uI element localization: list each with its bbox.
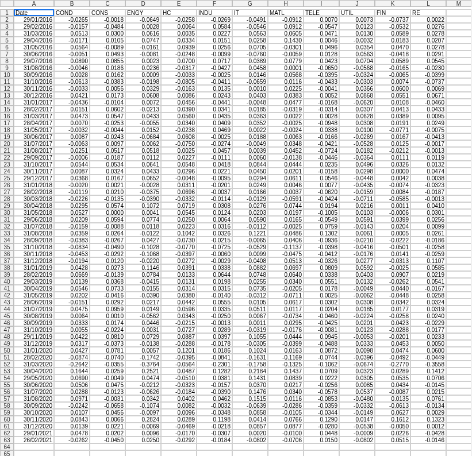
cell-D1[interactable]: ENGY — [125, 9, 161, 16]
cell-D53[interactable]: 0.2521 — [125, 368, 161, 374]
cell-A1[interactable]: Date — [14, 9, 54, 16]
cell-G36[interactable]: 0.0099 — [232, 250, 268, 257]
row-header-58[interactable]: 58 — [0, 402, 14, 409]
cell-F3[interactable]: 0.0584 — [197, 23, 232, 30]
cell-D65[interactable] — [125, 450, 161, 456]
cell-K3[interactable]: -0.0532 — [375, 23, 410, 30]
cell-H58[interactable]: -0.0286 — [268, 402, 304, 409]
cell-H64[interactable] — [268, 443, 304, 450]
cell-I53[interactable]: 0.0709 — [304, 368, 339, 374]
cell-J22[interactable]: -0.0364 — [339, 154, 375, 161]
cell-F63[interactable]: -0.0184 — [197, 436, 232, 443]
cell-C9[interactable]: 0.0186 — [90, 64, 125, 71]
cell-I20[interactable]: -0.0421 — [304, 140, 339, 147]
cell-B12[interactable]: -0.0033 — [54, 85, 90, 92]
cell-D3[interactable]: 0.0028 — [125, 23, 161, 30]
row-header-9[interactable]: 9 — [0, 64, 14, 71]
cell-A53[interactable]: 30/04/2020 — [14, 368, 54, 374]
cell-M37[interactable] — [446, 257, 471, 264]
cell-I30[interactable]: -0.1005 — [304, 209, 339, 216]
cell-C55[interactable]: 0.0475 — [90, 381, 125, 388]
cell-F7[interactable]: -0.0099 — [197, 51, 232, 57]
cell-I24[interactable]: -0.0158 — [304, 168, 339, 175]
cell-E23[interactable]: 0.0548 — [161, 161, 197, 168]
cell-F24[interactable]: 0.0221 — [197, 168, 232, 175]
cell-B23[interactable]: 0.0544 — [54, 161, 90, 168]
row-header-8[interactable]: 8 — [0, 57, 14, 64]
cell-B13[interactable]: 0.0421 — [54, 92, 90, 99]
cell-D8[interactable]: 0.0023 — [125, 57, 161, 64]
cell-E46[interactable]: -0.0215 — [161, 319, 197, 326]
cell-H25[interactable]: 0.0611 — [268, 175, 304, 181]
cell-K11[interactable]: 0.0074 — [375, 78, 410, 85]
cell-L18[interactable]: -0.0075 — [410, 126, 446, 133]
cell-H51[interactable]: -0.1169 — [268, 354, 304, 361]
cell-B48[interactable]: 0.0422 — [54, 333, 90, 340]
cell-I35[interactable]: -0.0398 — [304, 244, 339, 250]
cell-L16[interactable]: 0.0095 — [410, 113, 446, 119]
cell-C22[interactable]: -0.0187 — [90, 154, 125, 161]
cell-G14[interactable]: -0.0048 — [232, 99, 268, 106]
cell-I55[interactable]: -0.0256 — [304, 381, 339, 388]
cell-I4[interactable]: 0.0471 — [304, 30, 339, 37]
cell-C38[interactable]: 0.0273 — [90, 264, 125, 271]
cell-J20[interactable]: -0.0528 — [339, 140, 375, 147]
cell-L12[interactable]: 0.0069 — [410, 85, 446, 92]
cell-K60[interactable]: 0.1612 — [375, 416, 410, 423]
cell-K52[interactable]: -0.2770 — [375, 361, 410, 368]
cell-F13[interactable]: 0.0243 — [197, 92, 232, 99]
cell-E51[interactable]: -0.0395 — [161, 354, 197, 361]
cell-E50[interactable]: 0.1201 — [161, 347, 197, 354]
row-header-5[interactable]: 5 — [0, 37, 14, 44]
cell-F12[interactable]: 0.0135 — [197, 85, 232, 92]
cell-C10[interactable]: 0.0162 — [90, 71, 125, 78]
cell-E59[interactable]: 0.0096 — [161, 409, 197, 416]
cell-K33[interactable]: 0.0005 — [375, 230, 410, 237]
cell-L37[interactable]: 0.1107 — [410, 257, 446, 264]
cell-F9[interactable]: -0.0427 — [197, 64, 232, 71]
cell-E41[interactable]: 0.0314 — [161, 285, 197, 292]
cell-D16[interactable]: 0.0433 — [125, 113, 161, 119]
cell-A64[interactable] — [14, 443, 54, 450]
cell-J35[interactable]: -0.0416 — [339, 244, 375, 250]
cell-D32[interactable]: 0.0118 — [125, 223, 161, 230]
cell-E10[interactable]: -0.0033 — [161, 71, 197, 78]
cell-I39[interactable]: 0.0338 — [304, 271, 339, 278]
cell-B43[interactable]: -0.0151 — [54, 299, 90, 306]
cell-K63[interactable]: 0.0515 — [375, 436, 410, 443]
cell-A33[interactable]: 31/08/2018 — [14, 230, 54, 237]
cell-H47[interactable]: -0.0176 — [268, 326, 304, 333]
cell-J31[interactable]: 0.0591 — [339, 216, 375, 223]
cell-C33[interactable]: 0.0264 — [90, 230, 125, 237]
cell-A57[interactable]: 31/08/2020 — [14, 395, 54, 402]
cell-F58[interactable]: -0.0032 — [197, 402, 232, 409]
row-header-22[interactable]: 22 — [0, 154, 14, 161]
cell-E14[interactable]: 0.0456 — [161, 99, 197, 106]
row-header-17[interactable]: 17 — [0, 119, 14, 126]
cell-L64[interactable] — [410, 443, 446, 450]
select-all-corner[interactable] — [0, 0, 14, 7]
cell-B46[interactable]: 0.0333 — [54, 319, 90, 326]
cell-A65[interactable] — [14, 450, 54, 456]
cell-H30[interactable]: 0.0197 — [268, 209, 304, 216]
cell-I25[interactable]: 0.0546 — [304, 175, 339, 181]
cell-H42[interactable]: -0.0711 — [268, 292, 304, 299]
cell-E56[interactable]: -0.0184 — [161, 388, 197, 395]
cell-J24[interactable]: 0.0298 — [339, 168, 375, 175]
cell-I46[interactable]: -0.0425 — [304, 319, 339, 326]
cell-J11[interactable]: -0.0303 — [339, 78, 375, 85]
cell-A18[interactable]: 31/05/2017 — [14, 126, 54, 133]
cell-F38[interactable]: 0.0338 — [197, 264, 232, 271]
cell-L44[interactable]: 0.0319 — [410, 306, 446, 312]
cell-L25[interactable]: 0.0038 — [410, 175, 446, 181]
cell-I42[interactable]: 0.0025 — [304, 292, 339, 299]
cell-H33[interactable]: -0.0486 — [268, 230, 304, 237]
cell-M29[interactable] — [446, 202, 471, 209]
cell-L34[interactable]: -0.0186 — [410, 237, 446, 244]
col-header-K[interactable]: K — [375, 0, 410, 7]
row-header-1[interactable]: 1 — [0, 9, 14, 16]
cell-G37[interactable]: -0.0408 — [232, 257, 268, 264]
cell-M32[interactable] — [446, 223, 471, 230]
cell-D51[interactable]: -0.1742 — [125, 354, 161, 361]
cell-L9[interactable]: -0.0230 — [410, 64, 446, 71]
